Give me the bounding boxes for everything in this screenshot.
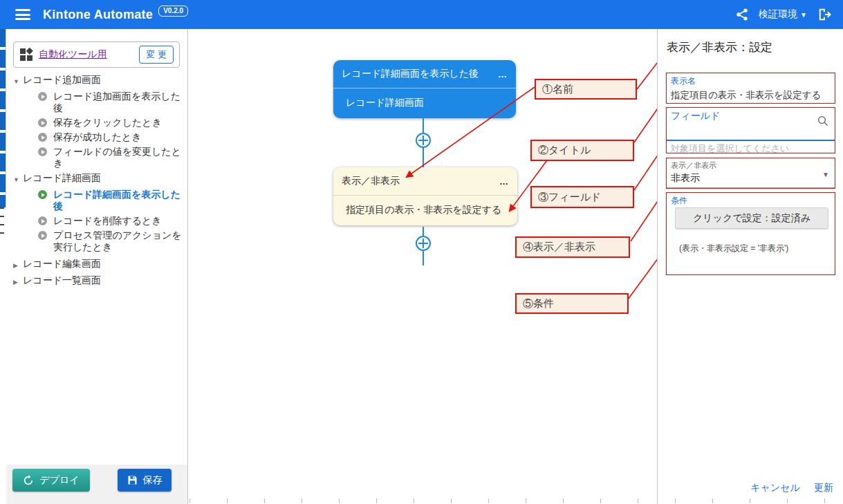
- node-title: レコード詳細画面を表示した後: [342, 68, 479, 80]
- version-badge: V0.2.0: [158, 6, 188, 17]
- field-placeholder: 対象項目を選択してください: [671, 142, 789, 155]
- panel-actions: キャンセル 更新: [750, 482, 833, 494]
- display-name-section: 表示名 指定項目の表示・非表示を設定する: [666, 73, 835, 104]
- node-title: 表示／非表示: [342, 175, 400, 187]
- bottom-ruler-ticks: [189, 498, 843, 503]
- search-icon[interactable]: [817, 115, 829, 130]
- node-menu-icon[interactable]: …: [498, 69, 508, 80]
- settings-panel: 表示／非表示：設定 表示名 指定項目の表示・非表示を設定する フィールド 対象項…: [657, 29, 843, 504]
- select-underline: [667, 187, 835, 188]
- condition-label: 条件: [671, 195, 831, 207]
- chevron-expanded-icon: ▼: [13, 175, 23, 185]
- add-step-icon[interactable]: [416, 236, 431, 251]
- node-subtitle: 指定項目の表示・非表示を設定する: [333, 196, 517, 225]
- event-play-icon: [38, 92, 47, 101]
- condition-setting-button[interactable]: クリックで設定：設定済み: [675, 207, 828, 229]
- tree-item-selected[interactable]: レコード詳細画面を表示した後: [6, 187, 188, 214]
- app-grid-icon: [19, 48, 33, 62]
- deploy-button[interactable]: デプロイ: [12, 469, 90, 492]
- environment-label: 検証環境: [759, 8, 797, 21]
- tree-group-record-add[interactable]: ▼ レコード追加画面: [6, 73, 188, 89]
- event-play-icon: [38, 231, 47, 240]
- sidebar-footer: デプロイ 保存: [6, 465, 187, 504]
- annotation-field: ③フィールド: [530, 186, 634, 208]
- tree-group-record-list[interactable]: ▶ レコード一覧画面: [6, 273, 188, 290]
- app-name-link[interactable]: 自動化ツール用: [39, 48, 107, 61]
- tree-item[interactable]: プロセス管理のアクションを実行したとき: [6, 228, 188, 254]
- display-name-value[interactable]: 指定項目の表示・非表示を設定する: [671, 89, 831, 102]
- change-app-button[interactable]: 変 更: [139, 46, 174, 64]
- panel-title: 表示／非表示：設定: [667, 39, 772, 55]
- share-icon[interactable]: [735, 8, 749, 21]
- annotation-visibility: ④表示／非表示: [515, 236, 630, 258]
- annotation-condition: ⑤条件: [515, 293, 629, 314]
- flow-node-action[interactable]: 表示／非表示 … 指定項目の表示・非表示を設定する: [333, 167, 517, 225]
- node-menu-icon[interactable]: …: [499, 176, 509, 187]
- event-play-icon: [38, 118, 47, 127]
- flow-canvas[interactable]: レコード詳細画面を表示した後 … レコード詳細画面 表示／非表示 … 指定項目の…: [188, 29, 657, 504]
- node-subtitle: レコード詳細画面: [333, 88, 516, 118]
- tree-item[interactable]: フィールドの値を変更したとき: [6, 144, 188, 171]
- tree-group-record-edit[interactable]: ▶ レコード編集画面: [6, 256, 188, 273]
- tree-group-record-detail[interactable]: ▼ レコード詳細画面: [6, 171, 188, 187]
- visibility-select[interactable]: 表示／非表示 非表示 ▼: [666, 158, 835, 189]
- chevron-collapsed-icon: ▶: [13, 261, 23, 271]
- event-play-icon: [38, 133, 47, 142]
- event-play-icon: [38, 147, 47, 156]
- sidebar: 自動化ツール用 変 更 ▼ レコード追加画面 レコード追加画面を表示した後 保存…: [6, 29, 188, 504]
- chevron-down-icon: ▼: [800, 11, 807, 19]
- field-search-input[interactable]: [667, 120, 814, 140]
- app-title: Kintone Automate: [43, 8, 153, 22]
- tree-item[interactable]: レコード追加画面を表示した後: [6, 89, 188, 115]
- save-button[interactable]: 保存: [118, 469, 172, 492]
- event-play-icon-active: [38, 190, 47, 199]
- tree-item[interactable]: レコードを削除するとき: [6, 214, 188, 228]
- app-card: 自動化ツール用 変 更: [13, 41, 180, 68]
- display-name-label: 表示名: [671, 75, 831, 87]
- cancel-link[interactable]: キャンセル: [750, 482, 800, 494]
- left-tick-marks: [0, 207, 4, 241]
- visibility-value: 非表示: [671, 172, 831, 185]
- hamburger-menu-icon[interactable]: [15, 9, 30, 20]
- event-play-icon: [38, 216, 47, 225]
- flow-node-trigger[interactable]: レコード詳細画面を表示した後 … レコード詳細画面: [333, 60, 516, 118]
- logout-icon[interactable]: [817, 8, 832, 21]
- deploy-refresh-icon: [23, 475, 34, 486]
- event-tree: ▼ レコード追加画面 レコード追加画面を表示した後 保存をクリックしたとき 保存…: [6, 73, 188, 290]
- visibility-label: 表示／非表示: [671, 160, 831, 171]
- condition-summary: (表示・非表示設定 = '非表示'): [679, 243, 788, 254]
- add-step-icon[interactable]: [416, 133, 431, 148]
- field-input-underline: [667, 140, 835, 141]
- update-link[interactable]: 更新: [814, 482, 833, 494]
- chevron-collapsed-icon: ▶: [13, 277, 23, 288]
- annotation-name: ①名前: [535, 79, 637, 100]
- dropdown-caret-icon: ▼: [822, 171, 829, 178]
- app-header: Kintone Automate V0.2.0 検証環境 ▼: [0, 0, 843, 29]
- environment-selector[interactable]: 検証環境 ▼: [759, 8, 807, 21]
- chevron-expanded-icon: ▼: [13, 77, 23, 87]
- left-scroll-strip[interactable]: [0, 29, 6, 207]
- tree-item[interactable]: 保存が成功したとき: [6, 130, 188, 144]
- kintone-automate-app: Kintone Automate V0.2.0 検証環境 ▼ 自動化ツール用 変…: [0, 0, 843, 504]
- tree-item[interactable]: 保存をクリックしたとき: [6, 115, 188, 130]
- condition-section: 条件 クリックで設定：設定済み (表示・非表示設定 = '非表示'): [666, 192, 835, 275]
- annotation-title: ②タイトル: [530, 140, 634, 161]
- field-section: フィールド 対象項目を選択してください: [666, 107, 835, 153]
- save-floppy-icon: [127, 475, 138, 485]
